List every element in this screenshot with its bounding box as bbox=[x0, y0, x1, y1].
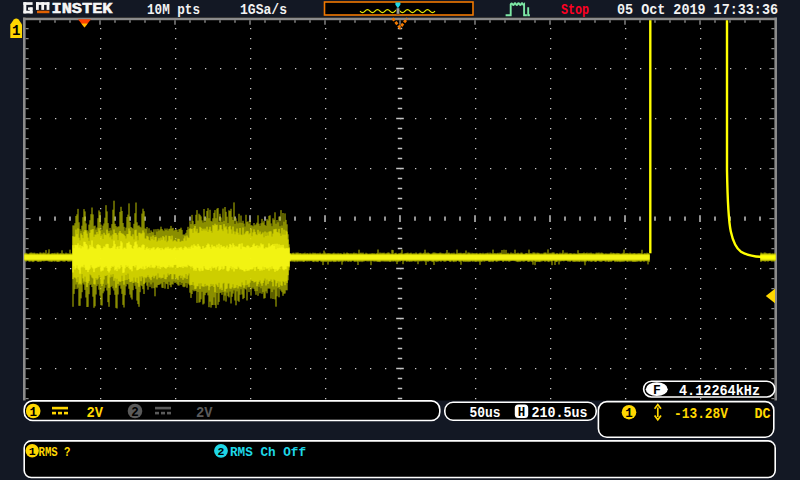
svg-text:50us: 50us bbox=[470, 405, 501, 422]
svg-text:2V: 2V bbox=[196, 405, 213, 422]
svg-text:1: 1 bbox=[29, 445, 36, 458]
svg-text:RMS Ch Off: RMS Ch Off bbox=[230, 445, 306, 460]
svg-text:2: 2 bbox=[218, 445, 225, 458]
svg-text:2: 2 bbox=[131, 406, 139, 420]
svg-text:10M pts: 10M pts bbox=[147, 2, 200, 19]
svg-text:F: F bbox=[653, 383, 661, 398]
svg-text:1: 1 bbox=[625, 407, 633, 421]
svg-text:05 Oct 2019 17:33:36: 05 Oct 2019 17:33:36 bbox=[617, 2, 778, 19]
svg-text:1: 1 bbox=[29, 406, 37, 420]
svg-text:Stop: Stop bbox=[561, 2, 589, 19]
svg-text:INSTEK: INSTEK bbox=[52, 0, 114, 18]
svg-text:RMS ?: RMS ? bbox=[39, 445, 71, 460]
svg-text:1GSa/s: 1GSa/s bbox=[240, 2, 287, 19]
svg-text:2V: 2V bbox=[87, 405, 104, 422]
svg-text:-13.28V: -13.28V bbox=[674, 406, 728, 423]
svg-text:DC: DC bbox=[755, 406, 771, 423]
svg-text:4.12264kHz: 4.12264kHz bbox=[679, 383, 760, 399]
svg-text:H: H bbox=[518, 406, 526, 420]
svg-text:1: 1 bbox=[12, 23, 20, 39]
svg-text:210.5us: 210.5us bbox=[532, 405, 588, 422]
